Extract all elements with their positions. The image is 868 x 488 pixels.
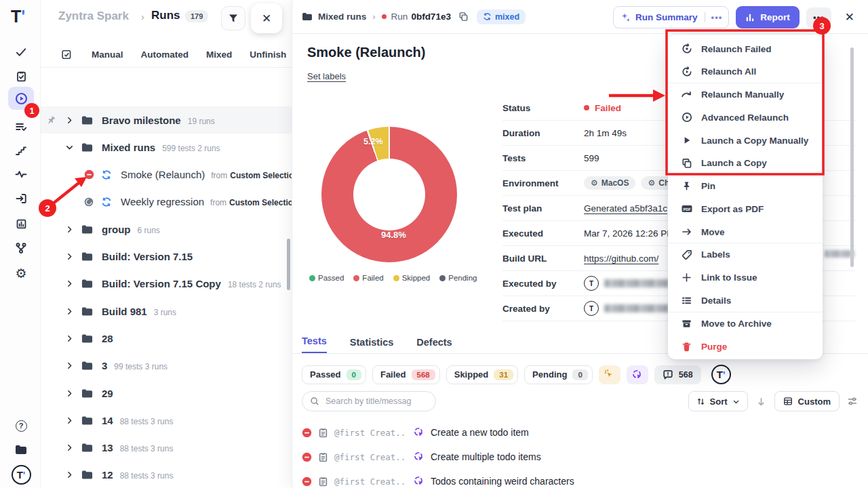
filter-failed[interactable]: Failed568 (372, 365, 440, 384)
menu-item-export-as-pdf[interactable]: PDFExport as PDF (668, 197, 823, 220)
folder-icon[interactable] (8, 438, 34, 461)
runs-tab-automated[interactable]: Automated (141, 49, 189, 60)
tree-folder-row[interactable]: 1488 tests 3 runs (41, 407, 292, 434)
gear-icon[interactable]: ⚙ (8, 262, 34, 285)
detail-scrollbar[interactable] (850, 47, 854, 267)
filter-pending[interactable]: Pending0 (524, 365, 593, 384)
branch-icon[interactable] (8, 237, 34, 260)
view-settings-icon[interactable] (846, 396, 859, 407)
menu-item-advanced-relaunch[interactable]: Advanced Relaunch (668, 106, 823, 129)
tree-folder-row[interactable]: 1388 tests 3 runs (41, 434, 292, 462)
search-input[interactable] (324, 396, 419, 407)
tab-tests[interactable]: Tests (302, 336, 327, 353)
reporter-avatar[interactable]: T' (711, 365, 731, 384)
pulse-icon[interactable] (8, 163, 34, 186)
clipboard-check-icon[interactable] (8, 64, 34, 87)
breadcrumb-project[interactable]: Zyntra Spark (58, 9, 129, 23)
menu-item-relaunch-all[interactable]: Relaunch All (668, 60, 823, 83)
filter-button[interactable] (221, 6, 245, 30)
user-avatar-logo[interactable]: T' (8, 463, 34, 486)
folder-filled-icon (81, 361, 94, 371)
folder-icon (302, 12, 313, 21)
menu-item-move-to-archive[interactable]: Move to Archive (668, 312, 823, 335)
filter-skipped[interactable]: Skipped31 (446, 365, 518, 384)
tree-folder-row[interactable]: Build: Version 7.15 Copy18 tests 2 runs (41, 270, 292, 298)
run-id: 0bfd71e3 (411, 12, 451, 22)
tree-folder-meta: 18 tests 2 runs (228, 280, 281, 289)
help-icon[interactable]: ? (8, 414, 34, 437)
filter-count-badge: 0 (347, 369, 361, 380)
menu-item-purge[interactable]: Purge (668, 335, 823, 358)
tree-folder-row[interactable]: 1288 tests 3 runs (41, 462, 292, 488)
filter-passed[interactable]: Passed0 (302, 365, 366, 384)
custom-view-button[interactable]: Custom (774, 391, 840, 411)
tree-folder-row[interactable]: Build 9813 runs (41, 298, 292, 325)
copy-icon[interactable] (458, 12, 469, 22)
check-icon[interactable] (8, 41, 34, 64)
set-labels-link[interactable]: Set labels (307, 71, 346, 81)
tree-scrollbar[interactable] (287, 239, 290, 290)
chevron-right-icon (65, 389, 74, 398)
run-summary-button[interactable]: Run Summary ••• (613, 6, 729, 28)
report-button[interactable]: Report (736, 6, 800, 28)
test-row[interactable]: @first Creat...Create multiple todo item… (302, 445, 859, 469)
chevron-right-icon (65, 416, 74, 425)
test-row[interactable]: @first Creat...Create a new todo item (302, 420, 859, 445)
comments-pill[interactable]: 568 (654, 365, 701, 384)
menu-item-pin[interactable]: Pin (668, 175, 823, 198)
folder-filled-icon (81, 279, 94, 289)
bar-chart-icon[interactable] (8, 212, 34, 235)
annotation-badge-2: 2 (39, 199, 56, 217)
list-check-icon[interactable] (8, 115, 34, 138)
runs-tab-manual[interactable]: Manual (92, 49, 123, 60)
tree-folder-row[interactable]: 399 tests 3 runs (41, 352, 292, 380)
menu-item-relaunch-manually[interactable]: Relaunch Manually (668, 83, 823, 106)
menu-item-relaunch-failed[interactable]: Relaunch Failed (668, 37, 823, 60)
tree-run-row[interactable]: Smoke (Relaunch)fromCustom Selectio (41, 161, 292, 188)
tree-run-from: from (210, 198, 226, 207)
tab-defects[interactable]: Defects (416, 337, 452, 353)
play-icon (681, 136, 692, 145)
menu-item-link-to-issue[interactable]: Link to Issue (668, 266, 823, 289)
menu-item-details[interactable]: Details (668, 289, 823, 312)
sort-button[interactable]: Sort (688, 391, 748, 411)
menu-item-labels[interactable]: Labels (668, 243, 823, 266)
clipboard-test-icon (318, 476, 328, 487)
detail-link[interactable]: https://github.com/ (584, 253, 658, 264)
app-logo[interactable]: T' (11, 7, 25, 26)
batch-select-icon[interactable] (61, 49, 73, 60)
cursor-click-icon (414, 451, 425, 462)
tree-folder-row[interactable]: group6 runs (41, 216, 292, 243)
menu-item-move[interactable]: Move (668, 220, 823, 243)
tree-folder-row[interactable]: 28 (41, 325, 292, 352)
ai-run-icon[interactable] (599, 365, 620, 384)
comment-count: 568 (679, 370, 693, 380)
breadcrumb-folder[interactable]: Mixed runs (318, 12, 366, 22)
close-detail-button[interactable]: ✕ (842, 10, 857, 24)
detail-link[interactable]: Generated a5bf3a1c (584, 203, 667, 214)
tree-folder-row[interactable]: Mixed runs599 tests 2 runs (41, 134, 292, 161)
close-panel-button[interactable]: ✕ (251, 3, 282, 33)
tree-folder-row[interactable]: 29 (41, 380, 292, 407)
legend-failed: Failed (353, 274, 383, 282)
archive-icon (681, 319, 692, 329)
tree-folder-row[interactable]: Bravo milestone19 runs (41, 106, 292, 134)
failed-status-dot (584, 105, 589, 110)
run-summary-more-button[interactable]: ••• (705, 12, 729, 22)
cursor-click-icon[interactable] (627, 365, 648, 384)
menu-item-launch-a-copy-manually[interactable]: Launch a Copy Manually (668, 129, 823, 152)
detail-value: Generated a5bf3a1c (584, 203, 667, 214)
descending-button[interactable] (754, 396, 768, 407)
runs-tab-unfinish[interactable]: Unfinish (250, 49, 286, 60)
steps-icon[interactable] (8, 139, 34, 162)
menu-item-launch-a-copy[interactable]: Launch a Copy (668, 152, 823, 175)
tree-folder-row[interactable]: Build: Version 7.15 (41, 243, 292, 270)
folder-filled-icon (81, 251, 94, 262)
relaunch-manually-icon (681, 89, 692, 100)
tab-statistics[interactable]: Statistics (350, 337, 393, 353)
runs-tab-mixed[interactable]: Mixed (206, 49, 232, 60)
import-icon[interactable] (8, 187, 34, 210)
search-input-wrap[interactable] (302, 391, 436, 411)
test-row[interactable]: @first Creat...Todos containing weird ch… (302, 469, 859, 488)
tree-run-row[interactable]: Weekly regressionfromCustom Selectio (41, 188, 292, 216)
